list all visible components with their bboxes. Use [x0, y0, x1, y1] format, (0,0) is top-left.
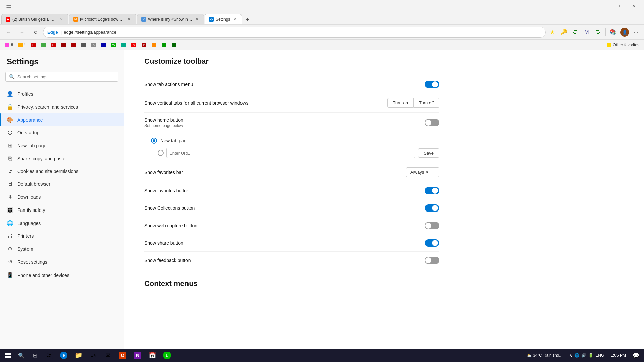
- search-box[interactable]: 🔍: [5, 72, 118, 82]
- url-input[interactable]: [166, 148, 415, 158]
- close-button[interactable]: ✕: [626, 0, 641, 12]
- home-button-toggle[interactable]: [425, 119, 439, 126]
- address-bar[interactable]: Edge | edge://settings/appearance: [43, 27, 546, 38]
- shield-icon[interactable]: 🛡: [570, 27, 581, 38]
- new-tab-option[interactable]: New tab page: [151, 136, 439, 146]
- sidebar-item-privacy[interactable]: 🔒 Privacy, search, and services: [0, 100, 124, 113]
- forward-button[interactable]: →: [16, 26, 28, 38]
- reset-label: Reset settings: [17, 259, 47, 265]
- toolbar-icons: ★ 🔑 🛡 M 🛡 📚 👤 ⋯: [547, 27, 641, 38]
- favorites-bar-dropdown[interactable]: Always ▾: [406, 167, 439, 177]
- bookmark-5[interactable]: R: [49, 42, 58, 48]
- tab-2[interactable]: M Microsoft Edge's download man... ✕: [69, 14, 136, 24]
- tab-4[interactable]: ⚙ Settings ✕: [205, 14, 242, 24]
- search-input[interactable]: [17, 74, 115, 79]
- tab-3[interactable]: ? Where is my <Show in Toolbar> ✕: [137, 14, 204, 24]
- setting-vertical-tabs: Show vertical tabs for all current brows…: [144, 93, 439, 113]
- key-icon[interactable]: 🔑: [558, 27, 569, 38]
- bookmark-1[interactable]: #: [3, 42, 15, 48]
- url-option-row: Save: [151, 146, 439, 160]
- new-tab-radio[interactable]: [151, 138, 157, 144]
- sidebar-item-appearance[interactable]: 🎨 Appearance: [0, 113, 124, 126]
- collections-btn-toggle[interactable]: [425, 204, 439, 212]
- maximize-button[interactable]: □: [610, 0, 626, 12]
- sidebar-item-profiles[interactable]: 👤 Profiles: [0, 87, 124, 100]
- favorites-bar-value: Always: [410, 170, 424, 175]
- toolbar: ← → ↻ Edge | edge://settings/appearance …: [0, 25, 644, 40]
- share-label: Share, copy, and paste: [17, 156, 65, 161]
- home-button-text: Show home button Set home page below: [144, 117, 183, 128]
- sidebar-item-phone[interactable]: 📱 Phone and other devices: [0, 268, 124, 282]
- sidebar-item-reset[interactable]: ↺ Reset settings: [0, 255, 124, 268]
- tab-4-close[interactable]: ✕: [232, 17, 237, 22]
- sidebar-item-startup[interactable]: ⏻ On startup: [0, 126, 124, 139]
- bookmark-9[interactable]: A: [89, 42, 98, 48]
- share-btn-thumb: [432, 240, 438, 246]
- sidebar-item-share[interactable]: ⎘ Share, copy, and paste: [0, 152, 124, 165]
- tab-1[interactable]: ▶ (2) British Girl gets Blank Cheque ✕: [1, 14, 68, 24]
- share-icon: ⎘: [7, 156, 13, 162]
- startup-icon: ⏻: [7, 130, 13, 136]
- edge-logo: Edge: [47, 29, 58, 35]
- bookmark-4[interactable]: [39, 42, 48, 48]
- tab-3-close[interactable]: ✕: [194, 17, 200, 22]
- save-button[interactable]: Save: [418, 148, 439, 158]
- m-icon[interactable]: M: [581, 27, 592, 38]
- turn-on-button[interactable]: Turn on: [387, 98, 414, 108]
- sidebar-toggle[interactable]: ☰: [3, 0, 15, 12]
- refresh-button[interactable]: ↻: [30, 26, 42, 38]
- url-radio[interactable]: [158, 150, 164, 156]
- profile-icon[interactable]: 👤: [619, 27, 630, 38]
- setting-home-button-group: Show home button Set home page below New…: [144, 113, 439, 163]
- startup-label: On startup: [17, 130, 39, 135]
- bookmark-6[interactable]: [59, 42, 68, 48]
- sidebar-item-cookies[interactable]: 🗂 Cookies and site permissions: [0, 165, 124, 178]
- context-menus-title: Context menus: [144, 279, 439, 291]
- share-btn-label: Show share button: [144, 240, 425, 246]
- sidebar-item-system[interactable]: ⚙ System: [0, 242, 124, 255]
- bookmark-7[interactable]: [69, 42, 78, 48]
- sidebar-item-downloads[interactable]: ⬇ Downloads: [0, 190, 124, 203]
- sidebar-item-family[interactable]: 👨‍👩‍👧 Family safety: [0, 203, 124, 217]
- bookmark-11[interactable]: W: [109, 42, 118, 48]
- bookmark-8[interactable]: [79, 42, 88, 48]
- other-favorites[interactable]: Other favorites: [605, 42, 641, 48]
- tab-2-close[interactable]: ✕: [126, 17, 132, 22]
- title-bar: ☰ ─ □ ✕: [0, 0, 644, 12]
- share-btn-toggle[interactable]: [425, 239, 439, 247]
- toolbar-divider: [605, 28, 606, 36]
- new-tab-button[interactable]: +: [243, 15, 252, 24]
- more-menu-icon[interactable]: ⋯: [631, 27, 641, 38]
- bookmark-13[interactable]: N: [129, 42, 138, 48]
- sidebar-item-newtab[interactable]: ⊞ New tab page: [0, 139, 124, 152]
- sidebar-item-default[interactable]: 🖥 Default browser: [0, 178, 124, 190]
- collections-icon[interactable]: 📚: [608, 27, 619, 38]
- bookmark-12[interactable]: [119, 42, 128, 48]
- minimize-button[interactable]: ─: [595, 0, 610, 12]
- sidebar-item-languages[interactable]: 🌐 Languages: [0, 217, 124, 230]
- home-button-label: Show home button: [144, 117, 183, 123]
- bookmark-3[interactable]: B: [29, 42, 38, 48]
- tab-actions-toggle[interactable]: [425, 81, 439, 88]
- back-button[interactable]: ←: [3, 26, 15, 38]
- home-button-sublabel: Set home page below: [144, 123, 183, 128]
- system-icon: ⚙: [7, 246, 13, 252]
- sidebar-item-printers[interactable]: 🖨 Printers: [0, 230, 124, 242]
- bookmark-10[interactable]: [99, 42, 108, 48]
- bookmark-16[interactable]: [160, 42, 168, 48]
- webcapture-btn-label: Show web capture button: [144, 223, 425, 228]
- turn-off-button[interactable]: Turn off: [414, 98, 439, 108]
- shield2-icon[interactable]: 🛡: [593, 27, 603, 38]
- tab-1-close[interactable]: ✕: [59, 17, 64, 22]
- feedback-btn-toggle[interactable]: [425, 257, 439, 264]
- bookmark-2[interactable]: !: [16, 42, 28, 48]
- profiles-icon: 👤: [7, 90, 13, 97]
- favorites-btn-toggle[interactable]: [425, 187, 439, 194]
- bookmark-15[interactable]: [150, 42, 158, 48]
- bookmark-14[interactable]: P: [140, 42, 148, 48]
- setting-favorites-bar: Show favorites bar Always ▾: [144, 163, 439, 182]
- dropdown-arrow-icon: ▾: [426, 170, 428, 175]
- bookmark-17[interactable]: [170, 42, 178, 48]
- star-icon[interactable]: ★: [547, 27, 558, 38]
- webcapture-btn-toggle[interactable]: [425, 222, 439, 229]
